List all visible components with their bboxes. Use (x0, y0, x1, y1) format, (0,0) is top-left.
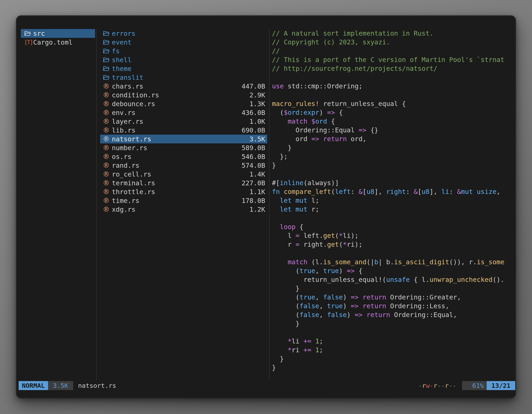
file-row-debounce.rs[interactable]: ®debounce.rs1.3K (100, 99, 267, 108)
pane-divider-left (96, 29, 97, 380)
file-label: natsort.rs (112, 135, 151, 143)
code-line: use std::cmp::Ordering; (272, 82, 510, 91)
rust-file-icon: ® (103, 136, 112, 142)
code-line: } (272, 363, 510, 372)
current-directory-pane: errorseventfsshellthemetranslit®chars.rs… (100, 29, 267, 214)
file-row-throttle.rs[interactable]: ®throttle.rs1.1K (100, 187, 267, 196)
file-row-layer.rs[interactable]: ®layer.rs1.0K (100, 117, 267, 126)
folder-open-icon (103, 39, 112, 45)
file-size: 227.0B (241, 179, 265, 187)
file-row-translit[interactable]: translit (100, 73, 267, 82)
rust-file-icon: ® (103, 109, 112, 116)
file-row-shell[interactable]: shell (100, 55, 267, 64)
file-row-fs[interactable]: fs (100, 47, 267, 55)
code-line: // A natural sort implementation in Rust… (272, 29, 510, 38)
file-row-src[interactable]: src (21, 29, 95, 38)
file-size: 1.2K (249, 206, 265, 213)
file-row-chars.rs[interactable]: ®chars.rs447.0B (100, 82, 267, 91)
code-line: (true, true) => { (272, 267, 510, 275)
file-row-Cargo.toml[interactable]: [T]Cargo.toml (21, 38, 95, 47)
file-row-os.rs[interactable]: ®os.rs546.0B (100, 152, 267, 161)
rust-file-icon: ® (103, 153, 112, 160)
file-row-lib.rs[interactable]: ®lib.rs690.0B (100, 126, 267, 135)
file-size: 690.0B (241, 126, 265, 134)
folder-open-icon (103, 66, 112, 72)
code-line: (true, false) => return Ordering::Greate… (272, 293, 510, 302)
status-bar: NORMAL 3.5K natsort.rs -rw-r--r-- 61% 13… (19, 381, 515, 390)
code-line: let mut l; (272, 196, 510, 205)
file-row-ro_cell.rs[interactable]: ®ro_cell.rs1.4K (100, 170, 267, 179)
file-row-errors[interactable]: errors (100, 29, 267, 38)
file-preview-pane: // A natural sort implementation in Rust… (272, 29, 510, 372)
code-line: // This is a port of the C version of Ma… (272, 55, 510, 64)
rust-file-icon: ® (103, 144, 112, 151)
file-row-terminal.rs[interactable]: ®terminal.rs227.0B (100, 179, 267, 187)
parent-directory-pane: src[T]Cargo.toml (21, 29, 95, 47)
code-line: // Copyright (c) 2023, sxyazi. (272, 38, 510, 47)
folder-open-icon (103, 48, 112, 54)
code-line (272, 170, 510, 179)
code-line: return_unless_equal!(unsafe { l.unwrap_u… (272, 275, 510, 284)
code-line (272, 328, 510, 337)
current-filename: natsort.rs (78, 381, 116, 390)
file-row-time.rs[interactable]: ®time.rs178.0B (100, 196, 267, 205)
code-line: (false, true) => return Ordering::Less, (272, 302, 510, 310)
code-line: // http://sourcefrog.net/projects/natsor… (272, 64, 510, 73)
file-size: 447.0B (241, 82, 265, 90)
code-line: } (272, 319, 510, 328)
file-size: 1.0K (249, 118, 265, 125)
file-label: time.rs (112, 197, 139, 204)
folder-open-icon (103, 75, 112, 80)
file-size: 1.3K (249, 100, 265, 108)
file-size: 589.0B (241, 144, 265, 152)
rust-file-icon: ® (103, 206, 112, 213)
file-label: theme (112, 65, 132, 73)
file-permissions: -rw-r--r-- (418, 381, 456, 390)
file-label: number.rs (112, 144, 147, 152)
rust-file-icon: ® (103, 197, 112, 204)
code-line: fn compare_left(left: &[u8], right: &[u8… (272, 187, 510, 196)
code-line: } (272, 161, 510, 170)
code-line: *ri += 1; (272, 346, 510, 355)
file-label: shell (112, 56, 132, 64)
file-label: condition.rs (112, 91, 159, 99)
rust-file-icon: ® (103, 83, 112, 90)
file-row-theme[interactable]: theme (100, 64, 267, 73)
file-row-rand.rs[interactable]: ®rand.rs574.0B (100, 161, 267, 170)
file-row-event[interactable]: event (100, 38, 267, 47)
code-line: l = left.get(*li); (272, 231, 510, 240)
code-line (272, 73, 510, 82)
code-line: match (l.is_some_and(|b| b.is_ascii_digi… (272, 258, 510, 267)
code-line: r = right.get(*ri); (272, 240, 510, 249)
folder-open-icon (24, 30, 33, 36)
code-line: macro_rules! return_unless_equal { (272, 99, 510, 108)
code-line: ($ord:expr) => { (272, 108, 510, 117)
code-line: match $ord { (272, 117, 510, 126)
status-bar-spacer (116, 381, 418, 390)
file-label: layer.rs (112, 118, 143, 125)
rust-file-icon: ® (103, 100, 112, 107)
rust-file-icon: ® (103, 171, 112, 178)
file-label: env.rs (112, 109, 135, 116)
file-size: 1.4K (249, 170, 265, 178)
file-label: rand.rs (112, 162, 139, 169)
file-label: errors (112, 30, 135, 38)
file-row-xdg.rs[interactable]: ®xdg.rs1.2K (100, 205, 267, 214)
file-row-natsort.rs[interactable]: ®natsort.rs3.5K (100, 135, 267, 143)
code-line: }; (272, 152, 510, 161)
file-label: xdg.rs (112, 206, 135, 213)
file-size: 574.0B (241, 162, 265, 169)
file-row-number.rs[interactable]: ®number.rs589.0B (100, 143, 267, 152)
code-line: } (272, 143, 510, 152)
file-row-env.rs[interactable]: ®env.rs436.0B (100, 108, 267, 117)
file-size: 3.5K (249, 135, 265, 143)
file-label: chars.rs (112, 82, 143, 90)
file-label: src (33, 30, 45, 38)
rust-file-icon: ® (103, 92, 112, 98)
rust-file-icon: ® (103, 162, 112, 169)
code-line: *li += 1; (272, 337, 510, 346)
rust-file-icon: ® (103, 188, 112, 195)
cursor-position: 13/21 (487, 381, 515, 390)
file-row-condition.rs[interactable]: ®condition.rs2.9K (100, 91, 267, 99)
file-size: 2.9K (249, 91, 265, 99)
